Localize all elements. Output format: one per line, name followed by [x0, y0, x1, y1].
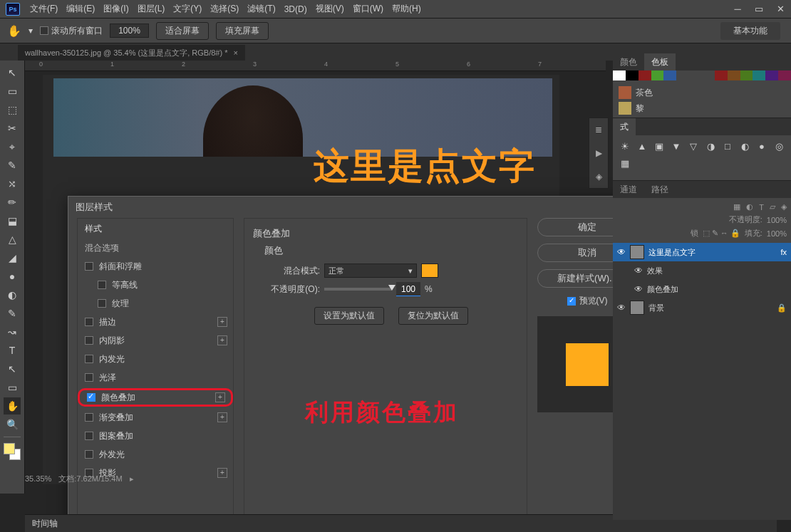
adjustment-icon[interactable]: □ — [721, 141, 734, 154]
opacity-input[interactable]: 100 — [396, 282, 420, 296]
tab-styles[interactable]: 式 — [613, 118, 636, 135]
plus-icon[interactable]: + — [215, 392, 225, 402]
checkbox-icon[interactable] — [85, 450, 93, 459]
opacity-slider[interactable] — [324, 288, 392, 291]
menu-window[interactable]: 窗口(W) — [348, 0, 388, 18]
plus-icon[interactable]: + — [217, 335, 227, 345]
zoom-tool[interactable]: 🔍 — [4, 416, 21, 433]
dodge-tool[interactable]: ✎ — [4, 305, 21, 322]
quick-select-tool[interactable]: ✂ — [4, 120, 21, 137]
swatch-item[interactable]: 茶色 — [613, 85, 791, 100]
crop-tool[interactable]: ⌖ — [4, 138, 21, 155]
panel-dock-collapsed[interactable]: ≣ ▶ ◈ — [589, 118, 609, 189]
marquee-tool[interactable]: ▭ — [4, 83, 21, 100]
style-item-7[interactable]: 颜色叠加+ — [78, 388, 233, 407]
pen-tool[interactable]: ↝ — [4, 323, 21, 340]
eye-icon[interactable]: 👁 — [634, 266, 643, 276]
fill-screen-button[interactable]: 填充屏幕 — [216, 22, 269, 40]
layer-row[interactable]: 👁效果 — [613, 261, 791, 280]
menu-filter[interactable]: 滤镜(T) — [243, 0, 279, 18]
adjustment-icon[interactable]: ◎ — [772, 141, 785, 154]
style-item-0[interactable]: 斜面和浮雕 — [78, 257, 233, 276]
close-icon[interactable]: ✕ — [770, 0, 791, 18]
style-item-3[interactable]: 描边+ — [78, 313, 233, 331]
menu-icon[interactable]: ≣ — [595, 125, 602, 135]
shape-filter-icon[interactable]: ▱ — [770, 202, 775, 212]
adjustment-icon[interactable]: ▲ — [636, 141, 648, 154]
checkbox-icon[interactable] — [85, 373, 93, 382]
workspace-button[interactable]: 基本功能 — [720, 22, 780, 40]
hand-tool[interactable]: ✋ — [4, 397, 21, 414]
type-filter-icon[interactable]: T — [759, 203, 764, 212]
tab-channels[interactable]: 通道 — [613, 181, 644, 198]
checkbox-icon[interactable] — [87, 393, 95, 402]
pixel-filter-icon[interactable]: ▦ — [733, 202, 740, 212]
gradient-tool[interactable]: ● — [4, 268, 21, 285]
scroll-all-windows-checkbox[interactable]: 滚动所有窗口 — [40, 25, 103, 37]
zoom-100-button[interactable]: 100% — [110, 24, 149, 38]
blur-tool[interactable]: ◐ — [4, 286, 21, 303]
eye-icon[interactable]: 👁 — [617, 247, 626, 257]
menu-edit[interactable]: 编辑(E) — [62, 0, 99, 18]
path-select-tool[interactable]: ↖ — [4, 360, 21, 377]
menu-select[interactable]: 选择(S) — [206, 0, 243, 18]
foreground-color[interactable] — [4, 443, 15, 454]
checkbox-icon[interactable] — [85, 336, 93, 345]
layer-filter-icons[interactable]: ▦ ◐ T ▱ ◈ — [617, 202, 787, 212]
adjustment-icon[interactable]: ☀ — [619, 141, 631, 154]
slider-thumb-icon[interactable] — [388, 285, 396, 291]
menu-help[interactable]: 帮助(H) — [388, 0, 425, 18]
checkbox-icon[interactable] — [98, 299, 106, 308]
adjustment-icon[interactable]: ▦ — [619, 158, 631, 171]
make-default-button[interactable]: 设置为默认值 — [314, 307, 384, 325]
blend-mode-select[interactable]: 正常 — [324, 264, 417, 278]
opacity-value[interactable]: 100% — [767, 216, 787, 224]
layer-fx-badge[interactable]: 🔒 — [777, 303, 787, 313]
menu-3d[interactable]: 3D(D) — [280, 1, 311, 17]
layer-row[interactable]: 👁背景🔒 — [613, 298, 791, 317]
menu-image[interactable]: 图像(I) — [99, 0, 133, 18]
style-item-2[interactable]: 纹理 — [78, 294, 233, 313]
smart-filter-icon[interactable]: ◈ — [781, 202, 787, 212]
styles-header[interactable]: 样式 — [78, 219, 233, 239]
type-tool[interactable]: T — [4, 342, 21, 359]
plus-icon[interactable]: + — [217, 412, 227, 422]
shape-tool[interactable]: ▭ — [4, 379, 21, 396]
checkbox-icon[interactable] — [85, 355, 93, 363]
menu-layer[interactable]: 图层(L) — [133, 0, 170, 18]
dialog-titlebar[interactable]: 图层样式 ✕ — [68, 197, 646, 218]
checkbox-icon[interactable] — [85, 318, 93, 326]
menu-view[interactable]: 视图(V) — [311, 0, 348, 18]
menu-type[interactable]: 文字(Y) — [169, 0, 206, 18]
blend-options-item[interactable]: 混合选项 — [78, 239, 233, 257]
tab-paths[interactable]: 路径 — [644, 181, 676, 198]
brush-tool[interactable]: ✏ — [4, 194, 21, 211]
eye-icon[interactable]: 👁 — [634, 284, 643, 294]
adjustment-icon[interactable]: ◑ — [704, 141, 717, 154]
history-brush-tool[interactable]: △ — [4, 231, 21, 248]
style-item-10[interactable]: 外发光 — [78, 445, 233, 464]
style-item-1[interactable]: 等高线 — [78, 276, 233, 294]
checkbox-icon[interactable] — [85, 262, 93, 271]
stamp-tool[interactable]: ⬓ — [4, 212, 21, 229]
lock-icons[interactable]: ⬚ ✎ ↔ 🔒 — [703, 229, 740, 238]
tab-color[interactable]: 颜色 — [613, 53, 644, 71]
color-swatch[interactable] — [421, 264, 438, 278]
status-dropdown-icon[interactable]: ▸ — [130, 474, 134, 484]
style-item-6[interactable]: 光泽 — [78, 368, 233, 387]
maximize-icon[interactable]: ▭ — [748, 0, 770, 18]
tab-swatches[interactable]: 色板 — [644, 53, 676, 71]
zoom-status[interactable]: 35.35% — [25, 474, 51, 483]
foreground-background-colors[interactable] — [4, 443, 21, 460]
adjustment-icon[interactable]: ◐ — [738, 141, 751, 154]
eye-icon[interactable]: 👁 — [617, 303, 626, 313]
layer-row[interactable]: 👁这里是点文字fx — [613, 243, 791, 261]
minimize-icon[interactable]: ─ — [727, 0, 748, 18]
adjustment-icon[interactable]: ▽ — [687, 141, 700, 154]
swatch-strip[interactable] — [613, 71, 791, 80]
style-item-4[interactable]: 内阴影+ — [78, 331, 233, 350]
move-tool[interactable]: ↖ — [4, 64, 21, 81]
adjustment-icon[interactable]: ▣ — [653, 141, 666, 154]
reset-default-button[interactable]: 复位为默认值 — [398, 307, 468, 325]
swatch-item[interactable]: 黎 — [613, 100, 791, 116]
